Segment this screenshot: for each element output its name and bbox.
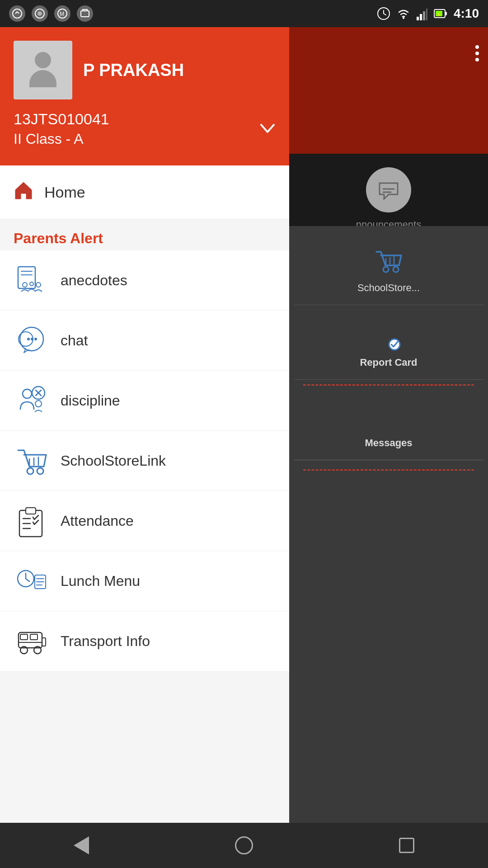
svg-rect-8 [417,17,419,20]
schoolstore-icon [14,443,50,479]
status-left-icons: M [9,5,93,22]
avatar [14,41,72,99]
lunchmenu-label: Lunch Menu [61,573,140,590]
notif-icon-2 [32,5,48,22]
messages-right-icon [373,401,404,433]
schoolstore-right-label: SchoolStore... [357,282,420,294]
home-label: Home [44,184,85,201]
notif-icon-1 [9,5,25,22]
messages-right-button[interactable]: Messages [294,390,483,460]
svg-rect-10 [423,11,425,20]
navigation-drawer: P PRAKASH 13JTS010041 II Class - A Home … [0,27,289,823]
svg-point-0 [13,9,22,18]
discipline-menu-item[interactable]: discipline [0,371,289,431]
anecdotes-label: anecdotes [61,272,127,289]
chat-menu-item[interactable]: chat [0,311,289,371]
parents-alert-section: Parents Alert [0,219,289,250]
svg-point-17 [393,267,399,272]
divider-2 [303,469,474,471]
transport-label: Transport Info [61,633,150,650]
notif-icon-3: M [54,5,70,22]
clock-icon [377,7,390,20]
battery-icon: ⚡ [434,8,447,19]
svg-point-35 [36,283,41,287]
class-dropdown-button[interactable] [259,121,276,137]
divider-1 [303,384,474,386]
discipline-icon [14,382,50,419]
attendance-label: Attendance [61,513,134,529]
anecdotes-menu-item[interactable]: anecdotes [0,250,289,311]
svg-rect-9 [420,14,422,20]
svg-rect-11 [426,9,427,20]
home-icon [14,180,33,204]
chat-label: chat [61,332,88,349]
profile-id: 13JTS010041 [14,110,109,128]
right-panel-grid: SchoolStore... Report Card Messages [289,226,488,823]
messages-right-label: Messages [365,437,412,449]
svg-point-40 [34,338,37,340]
back-button[interactable] [63,827,99,863]
profile-name: P PRAKASH [83,61,184,80]
transport-menu-item[interactable]: Transport Info [0,611,289,671]
chat-icon [14,322,50,359]
bottom-nav-bar [0,823,488,868]
reportcard-right-button[interactable]: Report Card [294,310,483,380]
svg-point-47 [37,468,43,474]
svg-text:⚡: ⚡ [436,12,442,17]
svg-rect-13 [445,12,447,15]
svg-point-34 [30,282,33,286]
lunchmenu-icon [14,563,50,599]
svg-rect-5 [81,11,89,17]
home-nav-item[interactable]: Home [0,165,289,219]
svg-point-7 [403,17,404,19]
svg-point-33 [23,283,27,287]
transport-icon [14,623,50,659]
svg-rect-26 [376,407,401,425]
wifi-icon [397,7,410,20]
signal-icon [417,7,427,20]
lunchmenu-menu-item[interactable]: Lunch Menu [0,551,289,611]
anecdotes-icon [14,262,50,298]
svg-rect-63 [30,634,38,640]
section-title: Parents Alert [14,230,103,246]
overflow-menu-button[interactable] [475,45,479,61]
cart-right-icon [373,246,404,278]
schoolstore-label: SchoolStoreLink [61,453,166,469]
status-bar: M [0,0,488,27]
svg-point-2 [38,11,42,16]
home-button[interactable] [226,827,262,863]
menu-list: anecdotes chat [0,250,289,671]
profile-class: II Class - A [14,131,109,147]
schoolstore-menu-item[interactable]: SchoolStoreLink [0,431,289,491]
recent-apps-button[interactable] [389,827,425,863]
svg-rect-62 [20,634,28,640]
attendance-menu-item[interactable]: Attendance [0,491,289,551]
notif-icon-4 [77,5,93,22]
schoolstore-right-button[interactable]: SchoolStore... [294,235,483,305]
svg-text:M: M [60,11,64,17]
discipline-label: discipline [61,392,120,409]
attendance-icon [14,503,50,539]
svg-point-45 [35,401,42,407]
svg-point-16 [383,267,389,272]
svg-point-41 [23,389,32,398]
status-right-icons: ⚡ 4:10 [377,6,479,21]
svg-point-38 [27,338,30,340]
profile-header: P PRAKASH 13JTS010041 II Class - A [0,27,289,165]
announcements-icon[interactable] [366,167,411,212]
svg-point-39 [31,338,33,340]
time-display: 4:10 [454,6,479,21]
report-right-icon [373,321,404,352]
reportcard-right-label: Report Card [360,357,417,368]
svg-point-46 [27,468,33,474]
svg-rect-52 [26,508,36,514]
